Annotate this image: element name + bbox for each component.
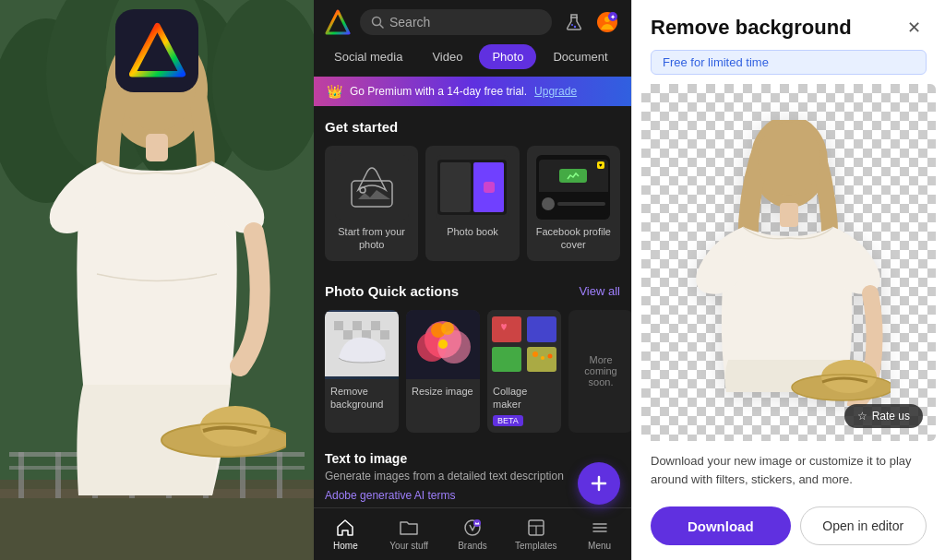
- nav-your-stuff[interactable]: Your stuff: [377, 514, 441, 554]
- svg-line-29: [380, 25, 384, 29]
- collage-thumb: [487, 312, 561, 376]
- tab-photo[interactable]: Photo: [479, 44, 536, 69]
- more-coming-text: More coming soon.: [576, 354, 626, 387]
- star-icon: ☆: [857, 410, 867, 423]
- svg-text:✦: ✦: [610, 14, 616, 20]
- gs-card-photo-label: Start from your photo: [334, 225, 409, 252]
- open-editor-button[interactable]: Open in editor: [800, 506, 927, 545]
- svg-rect-41: [353, 321, 362, 330]
- text-to-image-section: Text to image Generate images from a det…: [325, 451, 620, 507]
- gs-card-facebook-label: Facebook profile cover: [536, 225, 611, 252]
- svg-rect-70: [780, 203, 798, 227]
- svg-rect-54: [492, 347, 521, 372]
- tab-document[interactable]: Document: [540, 44, 620, 69]
- tab-video[interactable]: Video: [419, 44, 475, 69]
- nav-your-stuff-label: Your stuff: [389, 541, 428, 551]
- search-icon: [371, 16, 384, 29]
- quick-actions-grid: Remove background: [325, 310, 620, 434]
- preview-area: ☆ Rate us: [641, 84, 936, 441]
- svg-rect-40: [334, 321, 343, 330]
- nav-templates-label: Templates: [515, 541, 557, 551]
- plus-icon: [589, 473, 609, 494]
- right-panel-title: Remove background: [651, 16, 852, 40]
- resize-thumb: [406, 312, 480, 376]
- nav-home[interactable]: Home: [314, 514, 377, 554]
- get-started-cards: Start from your photo Photo book: [325, 146, 620, 261]
- nav-home-label: Home: [333, 541, 358, 551]
- svg-point-32: [574, 26, 576, 28]
- home-icon: [335, 518, 355, 538]
- close-button[interactable]: ✕: [901, 15, 927, 41]
- middle-panel: Search ✦: [314, 0, 631, 560]
- gs-card-photobook-label: Photo book: [447, 225, 498, 238]
- free-badge: Free for limited time: [651, 50, 927, 75]
- tti-title: Text to image: [325, 451, 620, 466]
- svg-rect-43: [343, 330, 353, 340]
- more-coming-card: More coming soon.: [568, 310, 631, 434]
- search-bar[interactable]: Search: [360, 9, 552, 35]
- search-input[interactable]: Search: [389, 15, 430, 30]
- preview-image: [688, 120, 891, 406]
- tti-ai-terms-link[interactable]: Adobe generative AI terms: [325, 489, 455, 502]
- templates-icon: [526, 518, 546, 538]
- gs-card-facebook[interactable]: ♥ Facebook profile cover: [527, 146, 620, 261]
- beta-badge: BETA: [493, 415, 523, 426]
- adobe-small-logo-icon: [325, 9, 351, 35]
- profile-icon-btn[interactable]: ✦: [594, 9, 620, 35]
- start-from-photo-icon: [344, 162, 400, 213]
- tab-social-media[interactable]: Social media: [321, 44, 415, 69]
- nav-brands[interactable]: Brands: [441, 514, 505, 554]
- premium-banner: 👑 Go Premium with a 14-day free trial. U…: [314, 77, 631, 106]
- qa-resize-label: Resize image: [412, 385, 474, 398]
- svg-point-56: [532, 351, 538, 357]
- quick-actions-header: Photo Quick actions View all: [325, 283, 620, 299]
- svg-marker-27: [327, 11, 349, 33]
- tti-description: Generate images from a detailed text des…: [325, 470, 620, 483]
- remove-bg-thumb: [325, 312, 399, 376]
- qa-card-resize[interactable]: Resize image: [406, 310, 480, 434]
- gs-card-photobook[interactable]: Photo book: [425, 146, 519, 261]
- svg-point-74: [758, 122, 820, 196]
- svg-point-31: [571, 24, 573, 26]
- fab-add-button[interactable]: [578, 462, 620, 505]
- qa-collage-label: Collage maker: [493, 385, 556, 411]
- bottom-actions: Download Open in editor: [632, 497, 945, 560]
- bottom-nav: Home Your stuff Brands: [314, 507, 631, 560]
- svg-marker-25: [132, 26, 183, 74]
- nav-tabs: Social media Video Photo Document: [314, 44, 631, 77]
- right-panel-description: Download your new image or customize it …: [632, 441, 945, 497]
- svg-point-58: [548, 354, 553, 359]
- rate-us-button[interactable]: ☆ Rate us: [844, 404, 923, 428]
- view-all-link[interactable]: View all: [579, 284, 620, 298]
- qa-card-collage[interactable]: Collage maker BETA: [487, 310, 561, 434]
- nav-templates[interactable]: Templates: [504, 514, 568, 554]
- svg-rect-52: [492, 316, 521, 342]
- nav-brands-label: Brands: [458, 541, 487, 551]
- menu-icon: [590, 518, 610, 538]
- svg-rect-45: [380, 330, 389, 340]
- adobe-logo-icon: [127, 21, 187, 81]
- svg-point-57: [541, 356, 544, 360]
- svg-rect-42: [371, 321, 380, 330]
- adobe-logo-container: [115, 9, 198, 92]
- svg-point-62: [473, 519, 481, 527]
- quick-actions-title: Photo Quick actions: [325, 283, 459, 299]
- nav-menu-label: Menu: [588, 541, 611, 551]
- svg-rect-8: [18, 452, 24, 498]
- flask-icon-btn[interactable]: [561, 9, 587, 35]
- get-started-title: Get started: [325, 119, 620, 135]
- svg-point-51: [438, 340, 448, 349]
- content-area: Get started Start from your photo: [314, 106, 631, 507]
- svg-rect-53: [527, 316, 556, 342]
- svg-point-50: [441, 322, 454, 335]
- rate-us-label: Rate us: [872, 410, 910, 423]
- download-button[interactable]: Download: [651, 506, 791, 545]
- nav-menu[interactable]: Menu: [568, 514, 631, 554]
- premium-text: Go Premium with a 14-day free trial.: [350, 85, 527, 98]
- folder-icon: [399, 518, 419, 538]
- gs-card-photo[interactable]: Start from your photo: [325, 146, 418, 261]
- header-icons: ✦: [561, 9, 620, 35]
- upgrade-link[interactable]: Upgrade: [534, 85, 577, 98]
- right-panel-header: Remove background ✕: [632, 0, 945, 50]
- qa-card-remove-bg[interactable]: Remove background: [325, 310, 399, 434]
